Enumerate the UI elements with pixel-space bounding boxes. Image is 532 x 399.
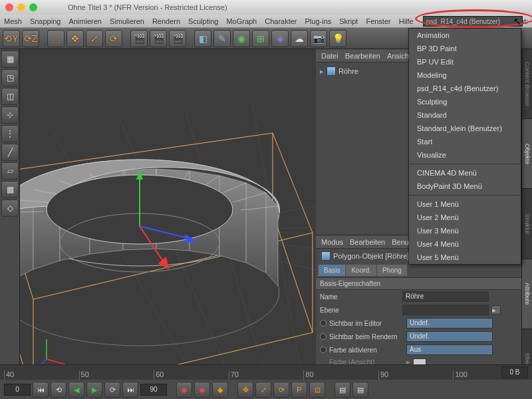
attr-menu-bearbeiten[interactable]: Bearbeiten xyxy=(350,238,385,246)
render-queue-button[interactable]: 🎬 xyxy=(169,30,186,47)
menu-skript[interactable]: Skript xyxy=(339,17,358,25)
close-window-button[interactable] xyxy=(5,3,13,11)
layer-input[interactable] xyxy=(402,305,489,315)
menu-simulieren[interactable]: Simulieren xyxy=(110,17,144,25)
obj-menu-bearbeiten[interactable]: Bearbeiten xyxy=(345,52,380,60)
play-back-button[interactable]: ◀ xyxy=(68,382,84,398)
deformer-button[interactable]: ◈ xyxy=(271,30,289,47)
move-tool[interactable]: ✥ xyxy=(66,30,84,47)
prev-key-button[interactable]: ⟲ xyxy=(51,382,66,398)
autokey-button[interactable]: ◉ xyxy=(194,382,210,398)
array-button[interactable]: ⊞ xyxy=(252,30,269,47)
point-mode-button[interactable]: ⋮ xyxy=(1,125,19,142)
layout-item-psdr14[interactable]: psd_R14_c4d (Benutzer) xyxy=(409,82,521,95)
layout-dropdown[interactable]: psd_R14_c4d (Benutzer) xyxy=(423,16,523,27)
nurbs-button[interactable]: ◉ xyxy=(233,30,250,47)
keyframe-sel-button[interactable]: ◆ xyxy=(212,382,228,398)
layout-item-standardklein[interactable]: Standard_klein (Benutzer) xyxy=(409,122,521,135)
rotate-tool[interactable]: ⟳ xyxy=(105,30,122,47)
object-name[interactable]: Röhre xyxy=(338,67,358,75)
camera-button[interactable]: 📷 xyxy=(310,30,327,47)
select-tool[interactable]: ⬚ xyxy=(47,30,65,47)
environment-button[interactable]: ☁ xyxy=(291,30,308,47)
layout-item-user5[interactable]: User 5 Menü xyxy=(409,251,521,264)
fcurve-button[interactable]: ▤ xyxy=(352,382,368,398)
tab-struktur[interactable]: Struktur xyxy=(522,189,532,259)
render-visibility-select[interactable]: Undef. xyxy=(406,331,493,342)
next-key-button[interactable]: ⟳ xyxy=(104,382,120,398)
layout-item-visualize[interactable]: Visualize xyxy=(409,148,521,162)
redo-button[interactable]: ⟳Z xyxy=(22,30,39,47)
layout-item-bp3dpaint[interactable]: BP 3D Paint xyxy=(409,42,521,55)
spline-pen-button[interactable]: ✎ xyxy=(213,30,231,47)
edge-mode-button[interactable]: ╱ xyxy=(1,144,19,161)
menu-charakter[interactable]: Charakter xyxy=(265,17,297,25)
position-key-button[interactable]: ✥ xyxy=(237,382,253,398)
texture-mode-button[interactable]: ▦ xyxy=(1,181,19,198)
layout-item-user1[interactable]: User 1 Menü xyxy=(409,198,521,211)
layout-item-sculpting[interactable]: Sculpting xyxy=(409,95,521,108)
play-forward-button[interactable]: ▶ xyxy=(86,382,102,398)
undo-button[interactable]: ⟲Y xyxy=(3,30,20,47)
minimize-window-button[interactable] xyxy=(17,3,25,11)
layout-item-bodypaintmenu[interactable]: BodyPaint 3D Menü xyxy=(409,180,521,193)
polygon-mode-button[interactable]: ▱ xyxy=(1,162,19,180)
object-mode-button[interactable]: ◫ xyxy=(1,88,19,105)
light-button[interactable]: 💡 xyxy=(329,30,346,47)
tab-phong[interactable]: Phong xyxy=(377,265,407,276)
layout-item-modeling[interactable]: Modeling xyxy=(409,68,521,82)
pla-key-button[interactable]: ⊡ xyxy=(309,382,325,398)
menu-animieren[interactable]: Animieren xyxy=(68,17,102,25)
layout-item-c4dmenu[interactable]: CINEMA 4D Menü xyxy=(409,166,521,180)
obj-menu-datei[interactable]: Datei xyxy=(321,52,338,60)
layout-item-standard[interactable]: Standard xyxy=(409,108,521,122)
menu-rendern[interactable]: Rendern xyxy=(152,17,180,25)
menu-plugins[interactable]: Plug-ins xyxy=(305,17,332,25)
workplane-button[interactable]: ◇ xyxy=(1,200,19,217)
menu-hilfe[interactable]: Hilfe xyxy=(399,17,414,25)
scale-tool[interactable]: ⤢ xyxy=(86,30,103,47)
menu-snapping[interactable]: Snapping xyxy=(30,17,61,25)
obj-menu-ansicht[interactable]: Ansicht xyxy=(387,52,411,60)
start-frame-input[interactable]: 0 xyxy=(4,384,31,396)
scale-key-button[interactable]: ⤢ xyxy=(255,382,271,398)
layer-picker-button[interactable]: ▸ xyxy=(491,305,501,315)
record-button[interactable]: ◉ xyxy=(176,382,192,398)
end-frame-input[interactable]: 90 xyxy=(140,384,167,396)
layout-item-user2[interactable]: User 2 Menü xyxy=(409,211,521,224)
render-settings-button[interactable]: 🎬 xyxy=(150,30,167,47)
layout-item-start[interactable]: Start xyxy=(409,135,521,148)
timeline-window-button[interactable]: ▤ xyxy=(334,382,350,398)
goto-start-button[interactable]: ⏮ xyxy=(33,382,49,398)
attr-menu-modus[interactable]: Modus xyxy=(321,238,343,246)
tab-attribute[interactable]: Attribute xyxy=(522,259,532,329)
menu-mesh[interactable]: Mesh xyxy=(4,17,22,25)
zoom-window-button[interactable] xyxy=(29,3,37,11)
name-input[interactable]: Röhre xyxy=(402,291,489,302)
3d-viewport[interactable] xyxy=(20,49,316,399)
param-key-button[interactable]: P xyxy=(291,382,307,398)
layout-item-bpuvedit[interactable]: BP UV Edit xyxy=(409,55,521,68)
model-mode-button[interactable]: ◳ xyxy=(1,69,19,86)
render-view-button[interactable]: 🎬 xyxy=(130,30,148,47)
goto-end-button[interactable]: ⏭ xyxy=(122,382,138,398)
editor-visibility-select[interactable]: Undef. xyxy=(406,318,493,329)
color-activate-select[interactable]: Aus xyxy=(406,344,493,355)
layout-item-user3[interactable]: User 3 Menü xyxy=(409,224,521,237)
make-editable-button[interactable]: ▦ xyxy=(1,51,19,68)
menu-fenster[interactable]: Fenster xyxy=(366,17,390,25)
menu-mograph[interactable]: MoGraph xyxy=(226,17,257,25)
render-visibility-radio[interactable] xyxy=(320,333,327,340)
timeline-ruler[interactable]: 40 50 60 70 80 90 100 0 B xyxy=(0,365,532,380)
editor-visibility-radio[interactable] xyxy=(320,320,327,327)
rotation-key-button[interactable]: ⟳ xyxy=(273,382,289,398)
tab-koord[interactable]: Koord. xyxy=(346,265,376,276)
primitive-cube-button[interactable]: ◧ xyxy=(194,30,211,47)
layout-item-animation[interactable]: Animation xyxy=(409,29,521,42)
layout-item-user4[interactable]: User 4 Menü xyxy=(409,237,521,251)
tab-basis[interactable]: Basis xyxy=(319,265,345,276)
tab-content-browser[interactable]: Content Browser xyxy=(522,49,532,119)
color-activate-radio[interactable] xyxy=(320,346,327,353)
tab-objekte[interactable]: Objekte xyxy=(522,119,532,189)
axis-mode-button[interactable]: ⊹ xyxy=(1,106,19,124)
